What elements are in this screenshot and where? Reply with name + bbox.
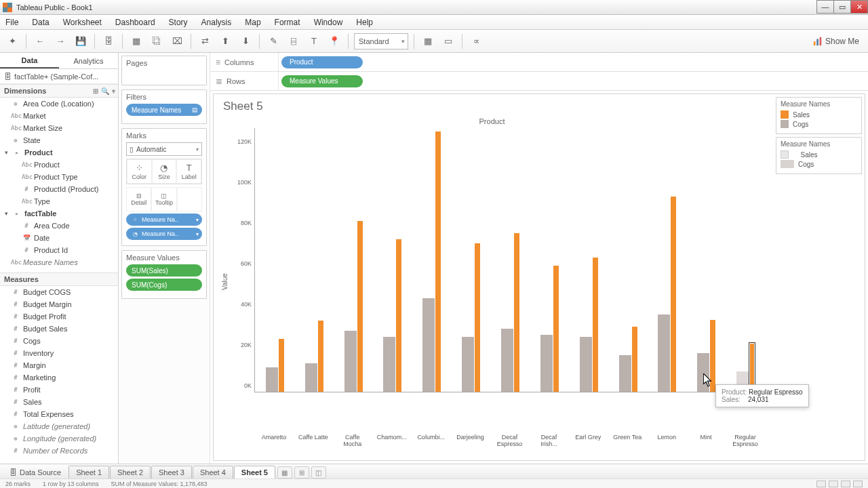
- bar-sales-1[interactable]: [318, 321, 323, 392]
- menu-format[interactable]: Format: [272, 16, 303, 28]
- view-nav-3[interactable]: [841, 481, 850, 487]
- tab-analytics[interactable]: Analytics: [59, 53, 118, 68]
- view-icon[interactable]: ⊞: [93, 87, 98, 95]
- field-productid-product-[interactable]: #ProductId (Product): [0, 183, 118, 195]
- mv-pill-sales[interactable]: SUM(Sales): [126, 264, 202, 277]
- text-button[interactable]: T: [306, 33, 322, 49]
- size-legend[interactable]: Measure Names Sales Cogs: [776, 137, 862, 174]
- minimize-button[interactable]: —: [816, 0, 834, 14]
- measure-number-of-records[interactable]: #Number of Records: [0, 445, 118, 457]
- swap-button[interactable]: ⇄: [197, 33, 213, 49]
- bar-cogs-9[interactable]: [619, 355, 631, 392]
- measure-margin[interactable]: #Margin: [0, 359, 118, 371]
- measure-sales[interactable]: #Sales: [0, 396, 118, 408]
- save-button[interactable]: 💾: [73, 33, 89, 49]
- color-legend[interactable]: Measure Names Sales Cogs: [776, 97, 862, 134]
- bar-cogs-8[interactable]: [580, 337, 592, 392]
- measure-profit[interactable]: #Profit: [0, 384, 118, 396]
- bar-cogs-11[interactable]: [697, 353, 709, 392]
- bar-sales-4[interactable]: [435, 131, 441, 392]
- view-nav-4[interactable]: [853, 481, 863, 487]
- bar-cogs-2[interactable]: [344, 331, 357, 392]
- measure-inventory[interactable]: #Inventory: [0, 347, 118, 359]
- measure-latitude-generated-[interactable]: ⊕Latitude (generated): [0, 420, 118, 432]
- tab-sheet-1[interactable]: Sheet 1: [68, 466, 109, 479]
- new-dashboard-tab-button[interactable]: ⊞: [294, 466, 309, 479]
- tab-data-source[interactable]: 🗄Data Source: [3, 466, 68, 479]
- field-product-type[interactable]: AbcProduct Type: [0, 171, 118, 183]
- field-product-id[interactable]: #Product Id: [0, 244, 118, 256]
- pages-card[interactable]: Pages: [121, 56, 207, 85]
- filters-card[interactable]: Filters Measure Names▤: [121, 89, 207, 124]
- menu-analysis[interactable]: Analysis: [199, 16, 235, 28]
- datasource-row[interactable]: 🗄 factTable+ (Sample-Cof...: [0, 69, 118, 84]
- bar-sales-8[interactable]: [593, 258, 598, 392]
- forward-button[interactable]: →: [52, 33, 68, 49]
- field-market[interactable]: AbcMarket: [0, 110, 118, 122]
- field-facttable[interactable]: ▾▸factTable: [0, 207, 118, 220]
- rows-pill-measure-values[interactable]: Measure Values: [281, 75, 363, 87]
- duplicate-button[interactable]: ⿻: [149, 33, 165, 49]
- bar-cogs-4[interactable]: [422, 298, 435, 392]
- bar-sales-11[interactable]: [710, 320, 715, 392]
- field-state[interactable]: ⊕State: [0, 134, 118, 146]
- bar-cogs-1[interactable]: [305, 363, 317, 392]
- menu-file[interactable]: File: [3, 16, 21, 28]
- mark-color-button[interactable]: ⁘Color: [127, 159, 152, 184]
- fit-dropdown[interactable]: Standard: [354, 33, 408, 49]
- field-area-code-location-[interactable]: ⊕Area Code (Location): [0, 98, 118, 110]
- field-measure-names[interactable]: AbcMeasure Names: [0, 256, 118, 268]
- filter-pill-measure-names[interactable]: Measure Names▤: [126, 104, 202, 116]
- tab-data[interactable]: Data: [0, 53, 59, 68]
- sort-asc-button[interactable]: ⬆: [217, 33, 233, 49]
- tableau-icon[interactable]: ✦: [4, 33, 20, 49]
- view-nav-2[interactable]: [829, 481, 838, 487]
- bar-sales-0[interactable]: [279, 339, 284, 392]
- field-market-size[interactable]: AbcMarket Size: [0, 122, 118, 134]
- mark-type-dropdown[interactable]: ▯Automatic: [126, 142, 202, 156]
- field-area-code[interactable]: #Area Code: [0, 220, 118, 232]
- rows-shelf[interactable]: ≣Rows Measure Values: [210, 72, 868, 91]
- measure-budget-cogs[interactable]: #Budget COGS: [0, 286, 118, 298]
- field-product[interactable]: AbcProduct: [0, 159, 118, 171]
- bar-cogs-0[interactable]: [266, 367, 278, 392]
- mv-pill-cogs[interactable]: SUM(Cogs): [126, 279, 202, 291]
- measure-budget-margin[interactable]: #Budget Margin: [0, 298, 118, 310]
- share-button[interactable]: ∝: [468, 33, 484, 49]
- maximize-button[interactable]: ▭: [833, 0, 851, 14]
- tab-sheet-4[interactable]: Sheet 4: [193, 466, 233, 479]
- bar-cogs-3[interactable]: [383, 337, 395, 392]
- bar-cogs-7[interactable]: [540, 335, 553, 392]
- columns-shelf[interactable]: ≡Columns Product: [210, 53, 868, 72]
- menu-worksheet[interactable]: Worksheet: [60, 16, 104, 28]
- presentation-button[interactable]: ▭: [440, 33, 456, 49]
- bar-sales-6[interactable]: [514, 233, 519, 392]
- menu-help[interactable]: Help: [353, 16, 376, 28]
- bar-sales-7[interactable]: [553, 266, 559, 392]
- new-datasource-button[interactable]: 🗄: [100, 33, 117, 49]
- group-button[interactable]: ⌸: [285, 33, 302, 49]
- show-me-button[interactable]: Show Me: [808, 35, 864, 48]
- bar-cogs-10[interactable]: [658, 314, 670, 392]
- search-icon[interactable]: 🔍: [101, 87, 109, 95]
- close-button[interactable]: ✕: [850, 0, 868, 14]
- tab-sheet-3[interactable]: Sheet 3: [151, 466, 192, 479]
- clear-button[interactable]: ⌧: [169, 33, 185, 49]
- field-type[interactable]: AbcType: [0, 195, 118, 207]
- bar-cogs-6[interactable]: [501, 329, 513, 392]
- mark-tooltip-button[interactable]: ◫Tooltip: [151, 187, 176, 211]
- bar-sales-3[interactable]: [396, 239, 401, 392]
- measure-total-expenses[interactable]: #Total Expenses: [0, 408, 118, 420]
- menu-window[interactable]: Window: [311, 16, 346, 28]
- measure-longitude-generated-[interactable]: ⊕Longitude (generated): [0, 432, 118, 445]
- cards-button[interactable]: ▦: [420, 33, 436, 49]
- menu-data[interactable]: Data: [29, 16, 52, 28]
- bar-sales-2[interactable]: [357, 221, 363, 392]
- bar-sales-10[interactable]: [671, 197, 676, 392]
- mark-size-button[interactable]: ◔Size: [152, 159, 177, 184]
- measure-budget-profit[interactable]: #Budget Profit: [0, 310, 118, 323]
- measure-marketing[interactable]: #Marketing: [0, 371, 118, 384]
- menu-story[interactable]: Story: [166, 16, 191, 28]
- pin-button[interactable]: 📍: [326, 33, 342, 49]
- bar-sales-5[interactable]: [475, 243, 480, 392]
